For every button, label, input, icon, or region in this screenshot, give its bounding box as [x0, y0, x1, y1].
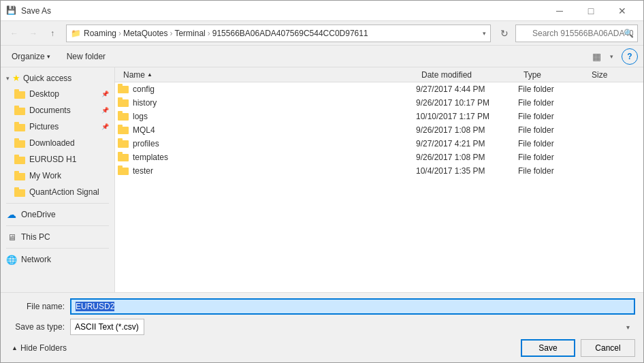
sidebar-item-desktop[interactable]: Desktop 📌 — [1, 86, 114, 102]
network-label: Network — [21, 255, 109, 264]
save-as-dialog: 💾 Save As ─ □ ✕ ← → ↑ 📁 Roaming › MetaQu… — [0, 0, 644, 363]
bottom-bar: ▲ Hide Folders Save Cancel — [9, 339, 635, 357]
folder-icon — [118, 165, 129, 176]
search-wrapper: 🔍 — [515, 25, 638, 42]
file-name: config — [133, 84, 416, 94]
view-button[interactable]: ▦ — [588, 48, 605, 65]
forward-button[interactable]: → — [25, 25, 42, 42]
breadcrumb-part-2: MetaQuotes — [123, 29, 167, 38]
filename-row: File name: — [9, 298, 635, 315]
savetype-row: Save as type: ASCII Text (*.csv) — [9, 319, 635, 335]
mywork-label: My Work — [29, 171, 109, 180]
col-header-size[interactable]: Size — [586, 70, 641, 80]
toolbar: ← → ↑ 📁 Roaming › MetaQuotes › Terminal … — [1, 21, 643, 46]
file-type: File folder — [518, 166, 586, 176]
folder-icon — [118, 84, 129, 95]
col-header-type[interactable]: Type — [518, 70, 586, 80]
sidebar-item-network[interactable]: 🌐 Network — [1, 251, 114, 268]
breadcrumb[interactable]: 📁 Roaming › MetaQuotes › Terminal › 9155… — [66, 25, 491, 42]
downloaded-folder-icon — [14, 138, 25, 148]
search-input[interactable] — [515, 25, 638, 42]
organize-button[interactable]: Organize ▾ — [6, 48, 56, 65]
thispc-icon: 🖥 — [6, 232, 17, 242]
maximize-button[interactable]: □ — [575, 1, 607, 21]
dialog-buttons: Save Cancel — [521, 339, 635, 357]
downloaded-label: Downloaded — [29, 138, 109, 148]
savetype-label: Save as type: — [9, 322, 70, 332]
folder-icon — [118, 111, 129, 122]
sidebar-item-thispc[interactable]: 🖥 This PC — [1, 229, 114, 245]
table-row[interactable]: templates 9/26/2017 1:08 PM File folder — [115, 151, 643, 164]
help-button[interactable]: ? — [622, 48, 638, 65]
table-row[interactable]: config 9/27/2017 4:44 PM File folder — [115, 82, 643, 96]
savetype-wrapper: ASCII Text (*.csv) — [70, 319, 635, 335]
col-header-name[interactable]: Name ▲ — [118, 70, 416, 80]
sidebar-item-eurusd[interactable]: EURUSD H1 — [1, 151, 114, 168]
file-date: 9/26/2017 10:17 PM — [416, 98, 518, 108]
table-row[interactable]: profiles 9/27/2017 4:21 PM File folder — [115, 137, 643, 151]
up-button[interactable]: ↑ — [44, 25, 61, 42]
pictures-folder-icon — [14, 121, 25, 132]
breadcrumb-part-4: 915566BA06ADA407569C544CC0D97611 — [212, 29, 368, 38]
savetype-select[interactable]: ASCII Text (*.csv) — [70, 319, 144, 335]
folder-icon — [118, 97, 129, 108]
cancel-button[interactable]: Cancel — [581, 339, 635, 357]
back-button[interactable]: ← — [6, 25, 22, 42]
table-row[interactable]: history 9/26/2017 10:17 PM File folder — [115, 96, 643, 110]
folder-icon — [118, 138, 129, 149]
sidebar-item-pictures[interactable]: Pictures 📌 — [1, 119, 114, 135]
action-bar: Organize ▾ New folder ▦ ▾ ? — [1, 46, 643, 67]
view-dropdown-icon: ▾ — [610, 53, 613, 60]
file-date: 9/26/2017 1:08 PM — [416, 125, 518, 135]
file-type: File folder — [518, 139, 586, 148]
thispc-label: This PC — [21, 232, 109, 242]
mywork-folder-icon — [14, 170, 25, 181]
filename-label: File name: — [9, 302, 70, 311]
filename-input[interactable] — [70, 298, 635, 315]
file-name: history — [133, 98, 416, 108]
eurusd-folder-icon — [14, 154, 25, 165]
breadcrumb-dropdown-icon: ▾ — [483, 30, 486, 37]
file-type: File folder — [518, 84, 586, 94]
sidebar-item-mywork[interactable]: My Work — [1, 168, 114, 184]
organize-dropdown-icon: ▾ — [47, 53, 50, 60]
file-date: 10/10/2017 1:17 PM — [416, 112, 518, 121]
breadcrumb-part-1: Roaming — [84, 29, 116, 38]
quantaction-label: QuantAction Signal — [29, 187, 109, 197]
table-row[interactable]: logs 10/10/2017 1:17 PM File folder — [115, 110, 643, 123]
onedrive-label: OneDrive — [21, 210, 109, 219]
file-date: 10/4/2017 1:35 PM — [416, 166, 518, 176]
main-area: ▾ ★ Quick access Desktop 📌 Documents — [1, 67, 643, 292]
eurusd-label: EURUSD H1 — [29, 155, 109, 164]
file-date: 9/26/2017 1:08 PM — [416, 153, 518, 162]
save-button[interactable]: Save — [521, 339, 575, 357]
new-folder-button[interactable]: New folder — [61, 48, 111, 65]
sidebar-item-documents[interactable]: Documents 📌 — [1, 102, 114, 119]
quick-access-header[interactable]: ▾ ★ Quick access — [1, 70, 114, 86]
file-rows-container: config 9/27/2017 4:44 PM File folder his… — [115, 82, 643, 178]
pictures-pin-icon: 📌 — [101, 123, 109, 130]
network-icon: 🌐 — [6, 254, 17, 265]
file-type: File folder — [518, 125, 586, 135]
desktop-label: Desktop — [29, 89, 99, 99]
title-bar-buttons: ─ □ ✕ — [544, 1, 638, 21]
star-icon: ★ — [12, 73, 20, 83]
minimize-button[interactable]: ─ — [544, 1, 575, 21]
col-header-date[interactable]: Date modified — [416, 70, 518, 80]
desktop-folder-icon — [14, 89, 25, 99]
close-button[interactable]: ✕ — [607, 1, 638, 21]
file-name: MQL4 — [133, 125, 416, 135]
sidebar: ▾ ★ Quick access Desktop 📌 Documents — [1, 67, 115, 292]
file-list-header: Name ▲ Date modified Type Size — [115, 67, 643, 82]
folder-icon — [118, 152, 129, 163]
table-row[interactable]: MQL4 9/26/2017 1:08 PM File folder — [115, 123, 643, 137]
refresh-button[interactable]: ↻ — [496, 25, 513, 42]
sidebar-item-downloaded[interactable]: Downloaded — [1, 135, 114, 151]
hide-folders-button[interactable]: ▲ Hide Folders — [9, 342, 69, 354]
file-type: File folder — [518, 112, 586, 121]
file-name: tester — [133, 166, 416, 176]
table-row[interactable]: tester 10/4/2017 1:35 PM File folder — [115, 164, 643, 178]
sidebar-item-onedrive[interactable]: ☁ OneDrive — [1, 206, 114, 223]
window-title: Save As — [21, 6, 544, 16]
sidebar-item-quantaction[interactable]: QuantAction Signal — [1, 184, 114, 200]
